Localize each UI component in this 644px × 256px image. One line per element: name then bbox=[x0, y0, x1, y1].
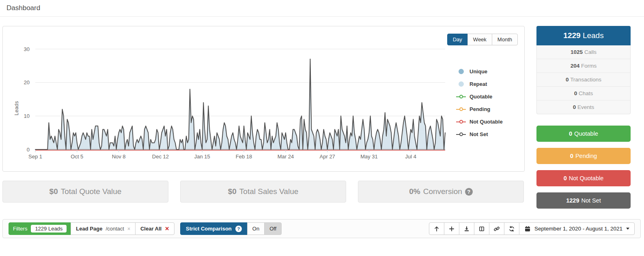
dashboard-page: Dashboard 0102030LeadsSep 1Oct 5Nov 8Dec… bbox=[0, 0, 644, 256]
leads-row-calls: 1025 Calls bbox=[537, 45, 630, 59]
remove-filter-icon[interactable]: × bbox=[127, 226, 130, 232]
svg-text:Nov 8: Nov 8 bbox=[112, 154, 126, 160]
filter-chip-group: Filters 1229 Leads Lead Page /contact × … bbox=[9, 222, 174, 235]
svg-text:Jan 15: Jan 15 bbox=[194, 154, 210, 160]
arrow-up-icon bbox=[433, 226, 440, 232]
leads-row-chats: 0 Chats bbox=[537, 86, 630, 100]
toggle-day[interactable]: Day bbox=[447, 34, 468, 45]
refresh-icon bbox=[508, 226, 515, 232]
total-quote-value-box: $0 Total Quote Value bbox=[2, 181, 168, 203]
leads-row-forms: 204 Forms bbox=[537, 59, 630, 73]
conversion-box: 0% Conversion ? bbox=[358, 181, 524, 203]
legend-item-unique[interactable]: Unique bbox=[456, 65, 517, 78]
download-button[interactable] bbox=[459, 222, 474, 235]
strict-comparison-label: Strict Comparison ? bbox=[180, 222, 248, 235]
add-button[interactable] bbox=[444, 222, 459, 235]
toggle-week[interactable]: Week bbox=[467, 34, 492, 45]
chart-legend: UniqueRepeatQuotablePendingNot QuotableN… bbox=[456, 65, 517, 141]
legend-label: Repeat bbox=[470, 81, 487, 87]
leads-breakdown: 1025 Calls 204 Forms 0 Transactions 0 Ch… bbox=[536, 45, 631, 114]
filters-button[interactable]: Filters 1229 Leads bbox=[9, 222, 71, 235]
svg-text:20: 20 bbox=[24, 79, 30, 85]
svg-text:Oct 5: Oct 5 bbox=[71, 154, 83, 160]
leads-total-header: 1229 Leads bbox=[536, 26, 631, 45]
legend-ring-icon bbox=[456, 132, 466, 136]
legend-label: Quotable bbox=[470, 94, 492, 100]
strict-comparison-group: Strict Comparison ? On Off bbox=[180, 222, 282, 235]
legend-ring-icon bbox=[456, 120, 466, 124]
quotable-button[interactable]: 0Quotable bbox=[536, 126, 631, 142]
svg-text:0: 0 bbox=[27, 147, 30, 153]
svg-text:Dec 12: Dec 12 bbox=[152, 154, 169, 160]
date-range-text: September 1, 2020 - August 1, 2021 bbox=[534, 226, 622, 232]
svg-text:Leads: Leads bbox=[13, 101, 19, 115]
not-quotable-button[interactable]: 0Not Quotable bbox=[536, 170, 631, 186]
toolbar-cluster: September 1, 2020 - August 1, 2021 bbox=[429, 222, 635, 235]
strict-off-button[interactable]: Off bbox=[264, 222, 282, 235]
pending-button[interactable]: 0Pending bbox=[536, 148, 631, 164]
leads-total-value: 1229 bbox=[563, 31, 580, 40]
date-range-picker[interactable]: September 1, 2020 - August 1, 2021 bbox=[519, 222, 635, 235]
page-title: Dashboard bbox=[6, 4, 40, 12]
table-columns-icon bbox=[478, 226, 485, 232]
download-icon bbox=[463, 226, 470, 232]
filters-count-badge: 1229 Leads bbox=[31, 225, 67, 233]
leads-total-label: Leads bbox=[583, 31, 604, 40]
legend-label: Not Set bbox=[470, 131, 488, 137]
not-set-button[interactable]: 1229Not Set bbox=[536, 192, 631, 209]
svg-text:Feb 18: Feb 18 bbox=[236, 154, 252, 160]
legend-ring-icon bbox=[456, 95, 466, 98]
leads-chart: 0102030LeadsSep 1Oct 5Nov 8Dec 12Jan 15F… bbox=[13, 38, 463, 166]
legend-label: Not Quotable bbox=[470, 119, 503, 125]
toggle-month[interactable]: Month bbox=[492, 34, 518, 45]
refresh-button[interactable] bbox=[504, 222, 519, 235]
legend-item-repeat[interactable]: Repeat bbox=[456, 78, 517, 90]
clear-all-button[interactable]: Clear All ✕ bbox=[135, 222, 174, 235]
caret-down-icon bbox=[626, 228, 629, 230]
export-button[interactable] bbox=[429, 222, 444, 235]
top-header: Dashboard bbox=[0, 0, 644, 17]
legend-label: Pending bbox=[470, 106, 490, 112]
legend-item-not-quotable[interactable]: Not Quotable bbox=[456, 115, 517, 128]
leads-chart-card: 0102030LeadsSep 1Oct 5Nov 8Dec 12Jan 15F… bbox=[2, 26, 525, 172]
share-link-button[interactable] bbox=[489, 222, 504, 235]
conversion-help-icon[interactable]: ? bbox=[465, 188, 473, 196]
filter-toolbar: Filters 1229 Leads Lead Page /contact × … bbox=[2, 219, 641, 238]
active-filter-chip[interactable]: Lead Page /contact × bbox=[71, 222, 136, 235]
svg-text:10: 10 bbox=[24, 113, 30, 119]
svg-text:Mar 24: Mar 24 bbox=[278, 154, 294, 160]
svg-text:Sep 1: Sep 1 bbox=[28, 154, 42, 160]
legend-dot-icon bbox=[456, 69, 466, 74]
svg-text:Jul 4: Jul 4 bbox=[405, 154, 416, 160]
svg-text:Apr 27: Apr 27 bbox=[320, 154, 335, 160]
legend-item-not-set[interactable]: Not Set bbox=[456, 128, 517, 141]
columns-button[interactable] bbox=[474, 222, 489, 235]
clear-all-x-icon: ✕ bbox=[165, 226, 169, 232]
plus-icon bbox=[448, 226, 455, 232]
leads-summary-panel: 1229 Leads 1025 Calls 204 Forms 0 Transa… bbox=[536, 26, 631, 114]
legend-item-quotable[interactable]: Quotable bbox=[456, 90, 517, 103]
legend-label: Unique bbox=[470, 68, 487, 75]
strict-on-button[interactable]: On bbox=[247, 222, 265, 235]
legend-ring-icon bbox=[456, 107, 466, 111]
calendar-icon bbox=[524, 226, 531, 232]
leads-row-events: 0 Events bbox=[537, 100, 630, 114]
legend-dot-icon bbox=[456, 81, 466, 87]
total-sales-value-box: $0 Total Sales Value bbox=[180, 181, 346, 203]
link-icon bbox=[493, 226, 500, 232]
leads-row-transactions: 0 Transactions bbox=[537, 73, 630, 86]
filters-cluster: Filters 1229 Leads Lead Page /contact × … bbox=[9, 222, 282, 235]
strict-help-icon[interactable]: ? bbox=[235, 226, 242, 232]
legend-item-pending[interactable]: Pending bbox=[456, 103, 517, 115]
range-toggle-group: Day Week Month bbox=[447, 34, 518, 45]
svg-text:30: 30 bbox=[24, 46, 30, 52]
svg-text:May 31: May 31 bbox=[360, 154, 378, 160]
